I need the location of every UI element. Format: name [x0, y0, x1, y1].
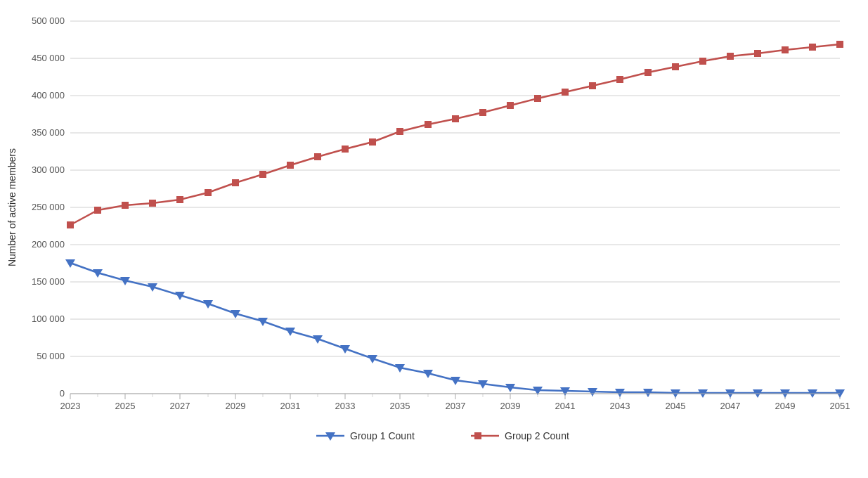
svg-rect-72	[232, 179, 239, 186]
svg-rect-127	[474, 432, 481, 439]
chart-container: 0 50 000 100 000 150 000 200 000 250 000…	[0, 0, 868, 478]
svg-rect-84	[562, 89, 569, 96]
svg-rect-78	[396, 128, 403, 135]
svg-rect-76	[342, 146, 349, 153]
svg-rect-69	[149, 200, 156, 207]
svg-text:350 000: 350 000	[32, 127, 65, 138]
svg-text:2031: 2031	[280, 401, 301, 411]
svg-rect-89	[699, 58, 706, 65]
svg-text:0: 0	[60, 388, 65, 399]
svg-rect-79	[425, 121, 432, 128]
svg-text:2039: 2039	[500, 401, 521, 411]
svg-text:2025: 2025	[115, 401, 136, 411]
y-axis-title: Number of active members	[6, 148, 18, 266]
svg-text:2033: 2033	[335, 401, 356, 411]
svg-rect-86	[616, 76, 623, 83]
svg-text:2049: 2049	[775, 401, 796, 411]
svg-rect-93	[809, 44, 816, 51]
svg-text:200 000: 200 000	[32, 239, 65, 250]
svg-text:50 000: 50 000	[37, 351, 65, 361]
svg-rect-66	[67, 221, 74, 228]
svg-rect-77	[369, 138, 376, 146]
x-axis-labels: 2023 2025 2027 2029 2031 2033 2035 2037 …	[60, 401, 850, 411]
svg-text:400 000: 400 000	[32, 90, 65, 101]
svg-text:2023: 2023	[60, 401, 81, 411]
legend-group2-label: Group 2 Count	[505, 430, 569, 441]
legend-group1-label: Group 1 Count	[350, 430, 415, 441]
svg-rect-68	[122, 202, 129, 209]
svg-text:2047: 2047	[720, 401, 741, 411]
svg-rect-88	[672, 63, 679, 70]
svg-rect-71	[205, 189, 212, 196]
svg-text:2037: 2037	[446, 401, 466, 411]
svg-rect-87	[644, 69, 652, 76]
svg-text:300 000: 300 000	[32, 164, 65, 175]
svg-rect-85	[589, 82, 596, 89]
svg-rect-81	[479, 109, 486, 116]
svg-text:2041: 2041	[555, 401, 576, 411]
svg-text:2035: 2035	[390, 401, 410, 411]
svg-text:2045: 2045	[666, 401, 686, 411]
svg-rect-75	[314, 153, 321, 160]
svg-rect-92	[782, 46, 789, 53]
svg-rect-94	[836, 41, 843, 48]
svg-rect-83	[534, 95, 541, 102]
svg-text:2043: 2043	[610, 401, 630, 411]
svg-rect-80	[452, 115, 459, 122]
svg-text:450 000: 450 000	[32, 53, 65, 63]
svg-text:150 000: 150 000	[32, 276, 65, 287]
svg-text:250 000: 250 000	[32, 202, 65, 212]
svg-rect-67	[94, 207, 101, 214]
svg-rect-90	[727, 53, 734, 60]
svg-text:2027: 2027	[170, 401, 190, 411]
svg-rect-91	[754, 50, 761, 57]
svg-rect-74	[287, 162, 294, 169]
svg-text:100 000: 100 000	[32, 314, 65, 324]
svg-text:2051: 2051	[830, 401, 850, 411]
svg-text:2029: 2029	[226, 401, 246, 411]
svg-text:500 000: 500 000	[32, 15, 65, 26]
svg-rect-82	[507, 102, 514, 109]
svg-rect-73	[259, 171, 266, 178]
svg-rect-70	[176, 196, 183, 203]
